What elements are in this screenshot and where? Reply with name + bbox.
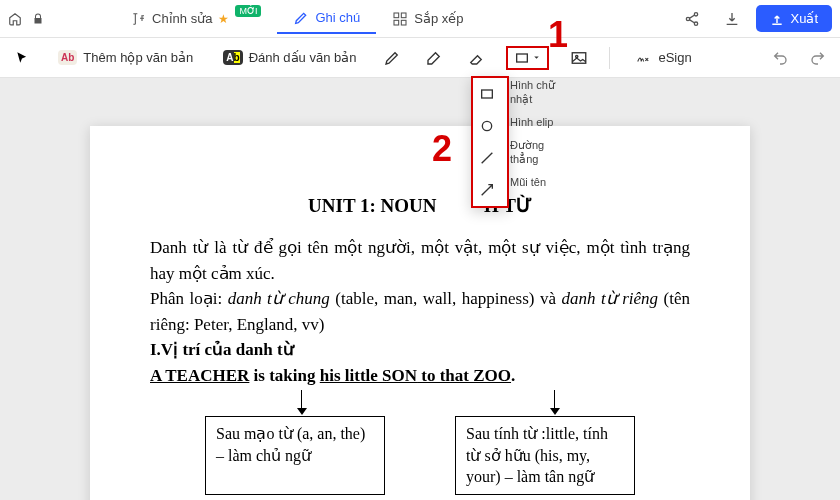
doc-p1: Danh từ là từ để gọi tên một người, một …: [150, 235, 690, 286]
shape-labels: Hình chữ nhật Hình elip Đường thẳng Mũi …: [510, 78, 558, 198]
doc-box-1: Sau mạo từ (a, an, the) – làm chủ ngữ: [205, 416, 385, 495]
add-text-label: Thêm hộp văn bản: [83, 50, 193, 65]
esign-button[interactable]: eSign: [628, 46, 697, 69]
tab-annotate[interactable]: Ghi chú: [277, 4, 376, 34]
new-badge: MỚI: [235, 5, 261, 17]
ab-highlight-icon: Ab: [223, 50, 242, 65]
highlight-label: Đánh dấu văn bản: [249, 50, 357, 65]
image-tool[interactable]: [567, 46, 591, 70]
pen-tool[interactable]: [380, 46, 404, 70]
annotation-1: 1: [548, 14, 568, 56]
svg-rect-2: [394, 20, 399, 25]
download-icon[interactable]: [716, 5, 748, 33]
redo-icon[interactable]: [806, 46, 830, 70]
tab-organize-label: Sắp xếp: [414, 11, 463, 26]
undo-icon[interactable]: [768, 46, 792, 70]
doc-title: UNIT 1: NOUN H TỪ: [150, 194, 690, 217]
lock-icon: [32, 13, 44, 25]
top-right: Xuất: [676, 5, 832, 33]
document-canvas[interactable]: UNIT 1: NOUN H TỪ Danh từ là từ để gọi t…: [0, 78, 840, 500]
doc-section: I.Vị trí của danh từ: [150, 337, 690, 363]
svg-rect-8: [573, 52, 587, 63]
arrow-1: [295, 390, 309, 414]
toolbar-right: [768, 46, 830, 70]
doc-p2: Phân loại: danh từ chung (table, man, wa…: [150, 286, 690, 337]
svg-rect-7: [517, 54, 528, 62]
shape-dropdown[interactable]: [471, 76, 509, 208]
shape-ellipse-label: Hình elip: [510, 108, 558, 138]
annotation-2: 2: [432, 128, 452, 170]
tab-annotate-label: Ghi chú: [315, 10, 360, 25]
cursor-tool[interactable]: [10, 46, 34, 70]
export-label: Xuất: [790, 11, 818, 26]
shape-line-label: Đường thẳng: [510, 138, 558, 168]
shape-line[interactable]: [473, 142, 507, 174]
shape-rectangle-label: Hình chữ nhật: [510, 78, 558, 108]
add-text-button[interactable]: Ab Thêm hộp văn bản: [52, 46, 199, 69]
svg-point-11: [482, 121, 491, 130]
svg-rect-1: [402, 13, 407, 18]
top-left-icons: Chỉnh sửa ★ MỚI Ghi chú Sắp xếp: [8, 4, 479, 34]
chevron-down-icon: [532, 53, 541, 62]
home-icon[interactable]: [8, 12, 22, 26]
arrow-2: [548, 390, 562, 414]
annotate-toolbar: Ab Thêm hộp văn bản Ab Đánh dấu văn bản …: [0, 38, 840, 78]
svg-rect-0: [394, 13, 399, 18]
doc-example: A TEACHER is taking his little SON to th…: [150, 363, 690, 389]
svg-rect-10: [482, 90, 493, 98]
svg-rect-3: [402, 20, 407, 25]
doc-boxes: Sau mạo từ (a, an, the) – làm chủ ngữ Sa…: [150, 416, 690, 495]
shape-rectangle[interactable]: [473, 78, 507, 110]
shape-ellipse[interactable]: [473, 110, 507, 142]
tab-edit[interactable]: Chỉnh sửa ★ MỚI: [114, 4, 277, 34]
document-page: UNIT 1: NOUN H TỪ Danh từ là từ để gọi t…: [90, 126, 750, 500]
export-button[interactable]: Xuất: [756, 5, 832, 32]
top-bar: Chỉnh sửa ★ MỚI Ghi chú Sắp xếp Xuất: [0, 0, 840, 38]
highlight-button[interactable]: Ab Đánh dấu văn bản: [217, 46, 362, 69]
mode-tabs: Chỉnh sửa ★ MỚI Ghi chú Sắp xếp: [114, 4, 479, 34]
shape-arrow[interactable]: [473, 174, 507, 206]
eraser-tool[interactable]: [464, 46, 488, 70]
highlighter-tool[interactable]: [422, 46, 446, 70]
share-icon[interactable]: [676, 5, 708, 33]
esign-label: eSign: [658, 50, 691, 65]
star-icon: ★: [218, 12, 229, 26]
shape-arrow-label: Mũi tên: [510, 168, 558, 198]
ab-icon: Ab: [58, 50, 77, 65]
shape-tool[interactable]: [506, 46, 549, 70]
tab-edit-label: Chỉnh sửa: [152, 11, 212, 26]
doc-box-2: Sau tính từ :little, tính từ sở hữu (his…: [455, 416, 635, 495]
tab-organize[interactable]: Sắp xếp: [376, 4, 479, 34]
